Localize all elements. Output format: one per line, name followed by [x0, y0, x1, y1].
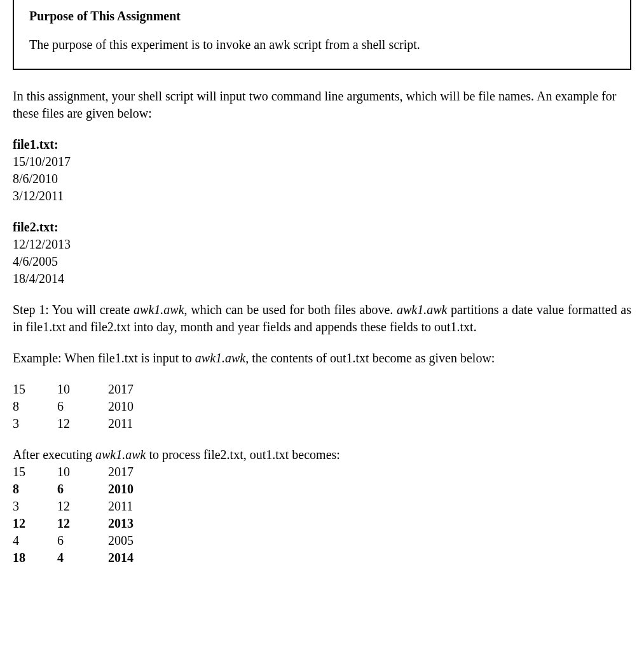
step1-text: Step 1: You will create [13, 303, 134, 317]
example-paragraph: Example: When file1.txt is input to awk1… [13, 350, 631, 367]
purpose-title: Purpose of This Assignment [29, 8, 615, 25]
step1-text: , which can be used for both files above… [184, 303, 397, 317]
day-cell: 15 [13, 381, 57, 398]
awk-filename: awk1.awk [95, 448, 146, 462]
day-cell: 8 [13, 398, 57, 415]
file2-line: 18/4/2014 [13, 270, 631, 287]
after-paragraph: After executing awk1.awk to process file… [13, 446, 631, 463]
month-cell: 4 [57, 549, 108, 566]
year-cell: 2017 [108, 381, 134, 398]
year-cell: 2014 [108, 549, 134, 566]
month-cell: 6 [57, 398, 108, 415]
day-cell: 4 [13, 532, 57, 549]
year-cell: 2010 [108, 481, 134, 498]
table-row: 12122013 [13, 515, 631, 532]
table-row: 3122011 [13, 415, 631, 432]
month-cell: 6 [57, 532, 108, 549]
month-cell: 6 [57, 481, 108, 498]
table-row: 1842014 [13, 549, 631, 566]
file2-block: file2.txt: 12/12/2013 4/6/2005 18/4/2014 [13, 219, 631, 287]
file1-line: 8/6/2010 [13, 170, 631, 188]
file2-line: 4/6/2005 [13, 253, 631, 270]
purpose-box: Purpose of This Assignment The purpose o… [13, 0, 631, 70]
file2-line: 12/12/2013 [13, 236, 631, 253]
example-text: , the contents of out1.txt become as giv… [245, 351, 495, 365]
step1-paragraph: Step 1: You will create awk1.awk, which … [13, 301, 631, 336]
day-cell: 15 [13, 463, 57, 481]
after-text: After executing [13, 448, 95, 462]
day-cell: 12 [13, 515, 57, 532]
month-cell: 10 [57, 381, 108, 398]
year-cell: 2011 [108, 415, 133, 432]
out1-second-table: 1510201786201031220111212201346200518420… [13, 463, 631, 566]
file1-block: file1.txt: 15/10/2017 8/6/2010 3/12/2011 [13, 136, 631, 205]
awk-filename: awk1.awk [134, 303, 184, 317]
day-cell: 18 [13, 549, 57, 566]
out1-first-table: 151020178620103122011 [13, 381, 631, 432]
table-row: 3122011 [13, 498, 631, 515]
month-cell: 12 [57, 515, 108, 532]
awk-filename: awk1.awk [195, 351, 245, 365]
day-cell: 3 [13, 498, 57, 515]
awk-filename: awk1.awk [397, 303, 447, 317]
purpose-text: The purpose of this experiment is to inv… [29, 36, 615, 53]
year-cell: 2005 [108, 532, 134, 549]
month-cell: 12 [57, 498, 108, 515]
file2-label: file2.txt: [13, 219, 631, 236]
month-cell: 10 [57, 463, 108, 481]
table-row: 862010 [13, 398, 631, 415]
day-cell: 8 [13, 481, 57, 498]
table-row: 15102017 [13, 463, 631, 481]
year-cell: 2013 [108, 515, 134, 532]
year-cell: 2011 [108, 498, 133, 515]
table-row: 862010 [13, 481, 631, 498]
file1-line: 15/10/2017 [13, 153, 631, 170]
after-text: to process file2.txt, out1.txt becomes: [146, 448, 340, 462]
table-row: 462005 [13, 532, 631, 549]
intro-paragraph: In this assignment, your shell script wi… [13, 88, 631, 122]
example-text: Example: When file1.txt is input to [13, 351, 195, 365]
file1-label: file1.txt: [13, 136, 631, 153]
table-row: 15102017 [13, 381, 631, 398]
year-cell: 2010 [108, 398, 134, 415]
month-cell: 12 [57, 415, 108, 432]
year-cell: 2017 [108, 463, 134, 481]
file1-line: 3/12/2011 [13, 188, 631, 205]
day-cell: 3 [13, 415, 57, 432]
